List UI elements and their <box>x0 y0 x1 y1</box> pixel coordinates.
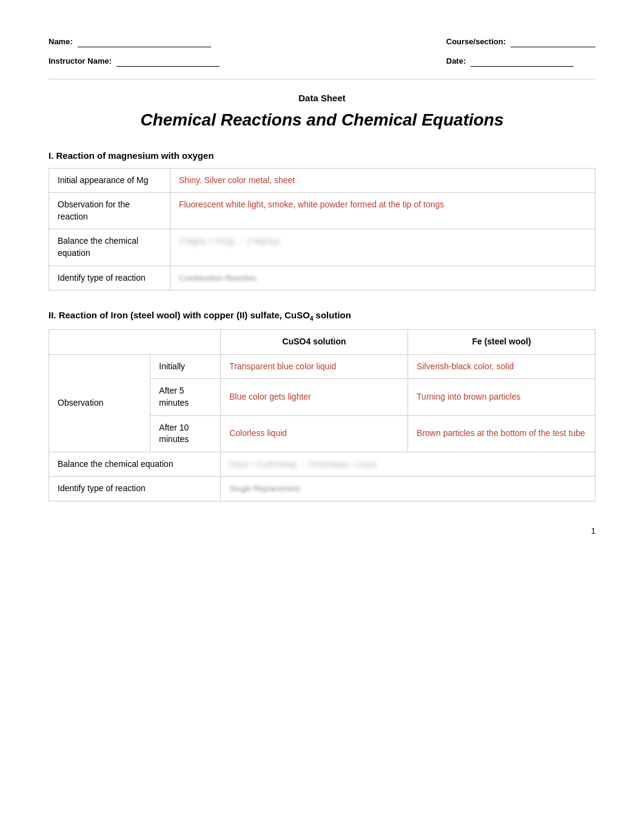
row3-label: Balance the chemical equation <box>49 229 170 266</box>
balance-label: Balance the chemical equation <box>49 452 221 477</box>
header-left: Name: Instructor Name: <box>49 36 220 67</box>
header-fe: Fe (steel wool) <box>408 330 595 355</box>
page-number: 1 <box>49 526 595 537</box>
section2-title: II. Reaction of Iron (steel wool) with c… <box>49 309 595 323</box>
row2-content: Fluorescent white light, smoke, white po… <box>170 193 595 229</box>
row1-content: Shiny. Silver color metal, sheet <box>170 168 595 193</box>
header-cuso4: CuSO4 solution <box>221 330 408 355</box>
balance-equation: Fe(s) + CuSO4(aq) → FeSO4(aq) + Cu(s) <box>221 452 595 477</box>
name-label: Name: <box>49 36 73 47</box>
table-row: Observation Initially Transparent blue c… <box>49 354 595 379</box>
identify-content: Single Replacement <box>221 477 595 501</box>
main-title: Chemical Reactions and Chemical Equation… <box>49 108 595 132</box>
empty-header <box>49 330 221 355</box>
identify-blurred: Single Replacement <box>229 484 300 493</box>
row4-label: Identify type of reaction <box>49 266 170 290</box>
after10-cuso4: Colorless liquid <box>221 415 408 452</box>
initially-label: Initially <box>150 354 221 379</box>
table-row: Balance the chemical equation 2 Mg(s) + … <box>49 229 595 266</box>
balance-blurred: Fe(s) + CuSO4(aq) → FeSO4(aq) + Cu(s) <box>229 460 376 469</box>
header-right: Course/section: Date: <box>446 36 595 67</box>
table-row: Balance the chemical equation Fe(s) + Cu… <box>49 452 595 477</box>
instructor-field-row: Instructor Name: <box>49 56 220 67</box>
instructor-label: Instructor Name: <box>49 56 112 67</box>
date-input-line[interactable] <box>471 56 574 67</box>
initially-fe: Silverish-black color, solid <box>408 354 595 379</box>
section2-table: CuSO4 solution Fe (steel wool) Observati… <box>49 329 595 501</box>
course-input-line[interactable] <box>511 36 595 47</box>
row3-content: 2 Mg(s) + O2(g) → 2 MgO(s) <box>170 229 595 266</box>
name-input-line[interactable] <box>78 36 211 47</box>
row4-content: Combination Reaction <box>170 266 595 290</box>
row2-label: Observation for the reaction <box>49 193 170 229</box>
header-fields: Name: Instructor Name: Course/section: D… <box>49 36 595 67</box>
date-field-row: Date: <box>446 56 595 67</box>
table-row: Observation for the reaction Fluorescent… <box>49 193 595 229</box>
data-sheet-label: Data Sheet <box>49 92 595 104</box>
observation-label: Observation <box>49 354 150 452</box>
after5-label: After 5 minutes <box>150 379 221 415</box>
table-row: Identify type of reaction Combination Re… <box>49 266 595 290</box>
course-field-row: Course/section: <box>446 36 595 47</box>
after10-label: After 10 minutes <box>150 415 221 452</box>
table-row: Identify type of reaction Single Replace… <box>49 477 595 501</box>
table-row: Initial appearance of Mg Shiny. Silver c… <box>49 168 595 193</box>
header-divider <box>49 79 595 79</box>
after10-fe: Brown particles at the bottom of the tes… <box>408 415 595 452</box>
initially-cuso4: Transparent blue color liquid <box>221 354 408 379</box>
table-header-row: CuSO4 solution Fe (steel wool) <box>49 330 595 355</box>
section1-table: Initial appearance of Mg Shiny. Silver c… <box>49 168 595 291</box>
equation-blurred: 2 Mg(s) + O2(g) → 2 MgO(s) <box>179 236 280 246</box>
row1-label: Initial appearance of Mg <box>49 168 170 193</box>
reaction-type-blurred: Combination Reaction <box>179 273 257 283</box>
date-label: Date: <box>446 56 466 67</box>
section1-title: I. Reaction of magnesium with oxygen <box>49 149 595 162</box>
after5-fe: Turning into brown particles <box>408 379 595 415</box>
after5-cuso4: Blue color gets lighter <box>221 379 408 415</box>
instructor-input-line[interactable] <box>116 56 220 67</box>
course-label: Course/section: <box>446 36 506 47</box>
name-field-row: Name: <box>49 36 220 47</box>
identify-label: Identify type of reaction <box>49 477 221 501</box>
